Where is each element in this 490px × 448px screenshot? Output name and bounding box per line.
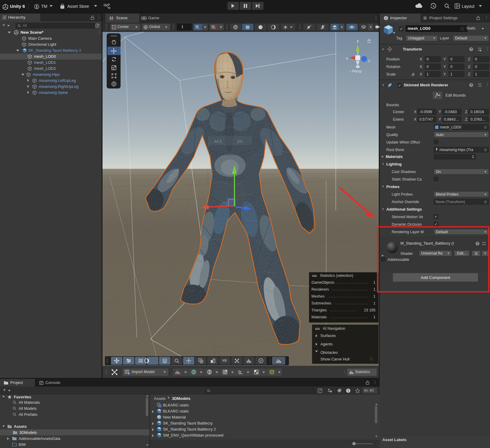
svg-text:Y: Y bbox=[198, 27, 199, 29]
svg-text:y: y bbox=[357, 39, 359, 43]
svg-text:z: z bbox=[368, 59, 370, 63]
svg-text:?: ? bbox=[470, 48, 472, 51]
svg-text:x: x bbox=[346, 56, 348, 60]
svg-text:?: ? bbox=[470, 83, 472, 87]
